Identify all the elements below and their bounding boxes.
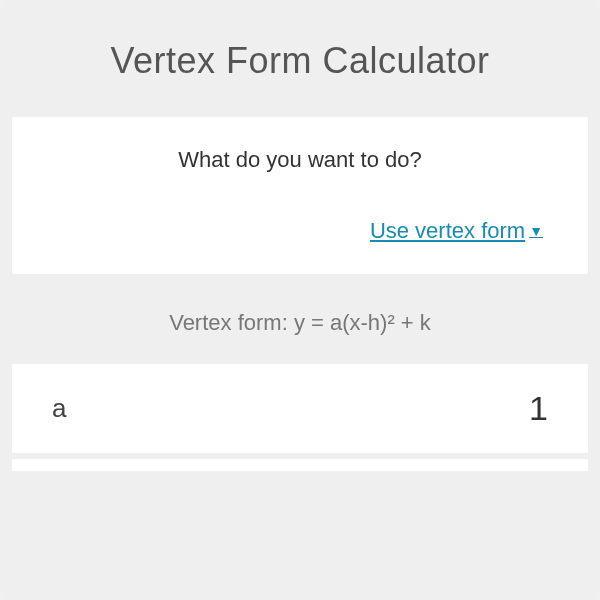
formula-header: Vertex form: y = a(x-h)² + k bbox=[12, 282, 588, 364]
spacer-card bbox=[12, 459, 588, 471]
input-label-a: a bbox=[52, 393, 66, 424]
input-field-a[interactable] bbox=[348, 389, 548, 428]
question-prompt: What do you want to do? bbox=[52, 147, 548, 173]
chevron-down-icon: ▼ bbox=[529, 223, 543, 239]
calculator-container: Vertex Form Calculator What do you want … bbox=[0, 0, 600, 600]
dropdown-row: Use vertex form ▼ bbox=[52, 218, 548, 244]
dropdown-label: Use vertex form bbox=[370, 218, 525, 244]
header: Vertex Form Calculator bbox=[12, 12, 588, 117]
formula-label: Vertex form: y = a(x-h)² + k bbox=[32, 310, 568, 336]
input-row-a: a bbox=[12, 364, 588, 453]
question-card: What do you want to do? Use vertex form … bbox=[12, 117, 588, 274]
page-title: Vertex Form Calculator bbox=[32, 40, 568, 82]
mode-dropdown[interactable]: Use vertex form ▼ bbox=[370, 218, 543, 244]
